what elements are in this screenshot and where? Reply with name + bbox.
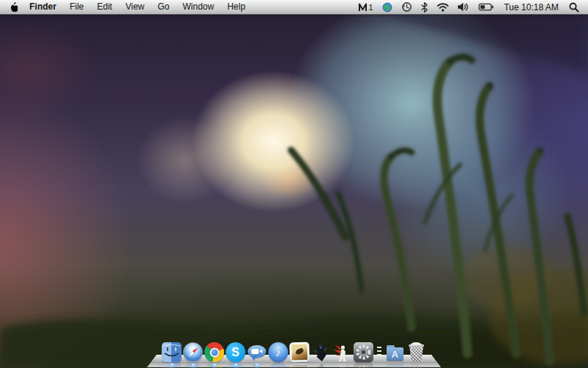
menubar-clock[interactable]: Tue 10:18 AM [498,0,564,14]
game-red-flame-character-icon [332,342,352,362]
wallpaper-conifer-branches [0,0,588,368]
dock-item-chrome[interactable] [204,342,224,362]
running-indicator [255,364,259,367]
app-status-icon [358,3,368,12]
applications-folder-glyph: A [392,349,398,360]
dock-item-safari[interactable] [183,342,203,362]
dock-item-itunes[interactable]: ♪ [268,342,288,362]
dock-item-system-preferences[interactable] [354,342,373,362]
dock-item-applications-folder[interactable]: A [385,342,405,362]
game-dark-knight-icon [311,342,331,362]
desktop: Finder File Edit View Go Window Help 1 [0,0,588,368]
status-wifi[interactable] [432,0,453,14]
apple-menu[interactable] [0,2,23,13]
running-indicator [212,364,217,367]
menubar-item-help[interactable]: Help [220,0,252,14]
itunes-note-glyph: ♪ [276,347,282,358]
dock-separator [376,347,383,358]
finder-icon [162,342,182,362]
status-bluetooth[interactable] [417,0,432,14]
status-globe-sync[interactable] [378,0,397,14]
dock: S ♪ [147,342,441,367]
system-preferences-icon [354,342,373,362]
status-volume[interactable] [453,0,474,14]
bluetooth-icon [421,2,428,13]
dock-item-game-dark-knight[interactable] [311,342,331,362]
skype-glyph: S [232,347,240,358]
dock-item-finder[interactable] [162,342,182,362]
status-app-menu-extra[interactable]: 1 [354,0,378,14]
itunes-icon: ♪ [268,342,288,362]
status-time-machine[interactable] [397,0,417,14]
wifi-icon [437,2,449,12]
menubar-item-window[interactable]: Window [176,0,221,14]
menubar-item-edit[interactable]: Edit [90,0,119,14]
globe-sync-icon [382,2,392,13]
running-indicator [234,364,238,367]
time-machine-icon [401,1,412,13]
menubar-item-finder[interactable]: Finder [23,0,63,14]
preview-photo-icon [290,342,310,363]
safari-icon [183,342,203,362]
spotlight-icon [569,2,579,13]
dock-item-preview[interactable] [290,342,309,362]
video-chat-bubble-icon [247,342,267,362]
menu-bar: Finder File Edit View Go Window Help 1 [0,0,588,15]
dock-item-skype[interactable]: S [226,342,245,362]
battery-icon [478,3,494,11]
dock-item-trash[interactable] [406,342,426,362]
dock-item-game-red-flame[interactable] [332,342,352,362]
trash-full-icon [406,342,426,362]
chrome-icon [204,342,224,362]
running-indicator [191,364,196,367]
status-spotlight[interactable] [564,0,584,14]
running-indicator [170,364,174,367]
skype-icon: S [226,342,245,362]
dock-item-ichat-video[interactable] [247,342,267,362]
menubar-item-view[interactable]: View [119,0,151,14]
menubar-item-go[interactable]: Go [151,0,176,14]
apple-icon [9,2,18,13]
status-badge-count: 1 [369,3,373,12]
applications-folder-icon: A [385,342,405,362]
status-battery[interactable] [474,0,498,14]
volume-icon [458,2,470,12]
gear-icon [354,342,373,362]
menubar-item-file[interactable]: File [63,0,90,14]
